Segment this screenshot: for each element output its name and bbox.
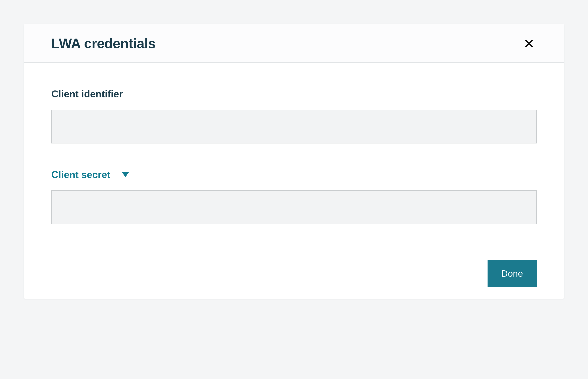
client-identifier-input[interactable]: [51, 110, 537, 143]
modal-body: Client identifier Client secret: [24, 63, 564, 248]
modal-footer: Done: [24, 248, 564, 299]
done-button[interactable]: Done: [487, 260, 537, 287]
chevron-down-icon: [122, 172, 129, 177]
client-secret-input[interactable]: [51, 190, 537, 224]
client-secret-label: Client secret: [51, 169, 110, 180]
client-secret-group: Client secret: [51, 169, 537, 224]
client-secret-toggle[interactable]: Client secret: [51, 169, 129, 180]
client-identifier-group: Client identifier: [51, 88, 537, 143]
close-icon: [524, 38, 534, 49]
close-button[interactable]: [521, 36, 537, 51]
client-identifier-label: Client identifier: [51, 88, 537, 100]
modal-title: LWA credentials: [51, 36, 156, 51]
lwa-credentials-modal: LWA credentials Client identifier Client…: [24, 24, 564, 299]
modal-header: LWA credentials: [24, 24, 564, 63]
